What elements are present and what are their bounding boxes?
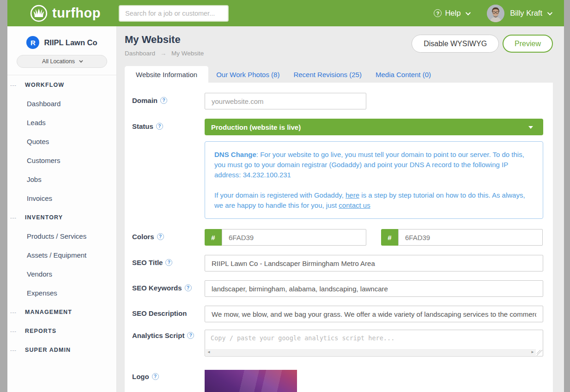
colors-label: Colors xyxy=(132,233,154,241)
logo-row: Logo ? xyxy=(132,370,553,392)
company-name: RIIPL Lawn Co xyxy=(44,38,97,47)
status-selected-value: Production (website is live) xyxy=(211,123,301,131)
user-avatar xyxy=(487,5,504,22)
seo-title-row: SEO Title ? xyxy=(132,255,553,271)
sidebar-item-invoices[interactable]: Invoices xyxy=(7,189,116,208)
chevron-down-icon xyxy=(547,10,552,15)
sidebar-section-inventory[interactable]: --- INVENTORY xyxy=(7,208,116,227)
seo-keywords-input[interactable] xyxy=(205,280,543,297)
sidebar-item-customers[interactable]: Customers xyxy=(7,151,116,170)
seo-title-label: SEO Title xyxy=(132,259,163,266)
sidebar-item-quotes[interactable]: Quotes xyxy=(7,132,116,151)
godaddy-tutorial-link[interactable]: here xyxy=(346,191,359,199)
tab-our-work-photos[interactable]: Our Work Photos (8) xyxy=(209,66,286,83)
colors-help-icon[interactable]: ? xyxy=(157,233,164,240)
seo-title-help-icon[interactable]: ? xyxy=(165,259,172,266)
section-dashes-icon: --- xyxy=(10,347,25,353)
section-dashes-icon: --- xyxy=(10,328,25,334)
sidebar-item-assets-equipment[interactable]: Assets / Equipment xyxy=(7,246,116,265)
sidebar-section-super-admin[interactable]: --- SUPER ADMIN xyxy=(7,340,116,359)
breadcrumb-current: My Website xyxy=(171,50,204,57)
breadcrumb-arrow-icon: → xyxy=(160,50,167,57)
disable-wysiwyg-button[interactable]: Disable WYSIWYG xyxy=(412,35,499,53)
analytics-placeholder: Copy / paste your google analytics scrip… xyxy=(205,330,543,346)
logo-help-icon[interactable]: ? xyxy=(152,373,159,380)
status-select[interactable]: Production (website is live) xyxy=(205,119,543,135)
help-icon: ? xyxy=(434,9,442,17)
hash-prefix: # xyxy=(205,229,222,246)
sidebar-item-expenses[interactable]: Expenses xyxy=(7,283,116,302)
analytics-help-icon[interactable]: ? xyxy=(187,332,194,339)
top-bar: turfhop ? Help xyxy=(7,0,564,26)
dns-change-notice: DNS Change: For your website to go live,… xyxy=(205,141,543,219)
domain-row: Domain ? xyxy=(132,93,553,109)
seo-description-input[interactable] xyxy=(205,306,543,322)
sidebar-section-management[interactable]: --- MANAGEMENT xyxy=(7,302,116,321)
seo-keywords-help-icon[interactable]: ? xyxy=(185,284,192,291)
sidebar-item-dashboard[interactable]: Dashboard xyxy=(7,94,116,113)
section-dashes-icon: --- xyxy=(10,215,25,220)
chevron-down-icon xyxy=(466,10,471,15)
sidebar-section-workflow[interactable]: --- WORKFLOW xyxy=(7,75,116,94)
seo-description-row: SEO Description xyxy=(132,306,553,322)
dns-notice-title: DNS Change xyxy=(214,151,256,158)
analytics-script-row: Analytics Script ? Copy / paste your goo… xyxy=(132,330,553,356)
select-caret-icon xyxy=(528,126,533,129)
logo-preview-image xyxy=(205,370,297,392)
user-menu[interactable]: Billy Kraft xyxy=(487,5,551,22)
primary-color-input[interactable] xyxy=(222,229,366,246)
brand-name: turfhop xyxy=(52,6,101,21)
sidebar-item-products-services[interactable]: Products / Services xyxy=(7,227,116,246)
breadcrumb-dashboard[interactable]: Dashboard xyxy=(125,50,155,57)
help-label: Help xyxy=(445,9,461,18)
logo-label: Logo xyxy=(132,373,149,380)
section-dashes-icon: --- xyxy=(10,82,25,88)
main-content: My Website Dashboard → My Website Disabl… xyxy=(117,26,564,392)
company: R RIIPL Lawn Co xyxy=(26,36,97,49)
chevron-down-icon xyxy=(79,59,83,62)
user-name: Billy Kraft xyxy=(510,9,542,18)
section-dashes-icon: --- xyxy=(10,309,25,315)
scroll-right-icon[interactable]: ► xyxy=(531,350,534,354)
status-help-icon[interactable]: ? xyxy=(156,123,163,130)
preview-button[interactable]: Preview xyxy=(503,35,553,53)
seo-keywords-row: SEO Keywords ? xyxy=(132,280,553,297)
analytics-script-label: Analytics Script xyxy=(132,332,184,339)
window-edge-right xyxy=(564,0,570,392)
secondary-color-group: # xyxy=(381,229,543,246)
analytics-script-textarea[interactable]: Copy / paste your google analytics scrip… xyxy=(205,330,543,356)
seo-description-label: SEO Description xyxy=(132,309,187,317)
window-edge-left xyxy=(0,0,7,392)
brand-logo[interactable]: turfhop xyxy=(30,4,117,23)
domain-input[interactable] xyxy=(205,93,366,109)
global-search-input[interactable] xyxy=(119,5,229,22)
secondary-color-input[interactable] xyxy=(398,229,543,246)
tab-media-content[interactable]: Media Content (0) xyxy=(369,66,438,83)
domain-help-icon[interactable]: ? xyxy=(160,97,167,104)
domain-label: Domain xyxy=(132,96,158,104)
help-menu[interactable]: ? Help xyxy=(434,9,469,18)
colors-row: Colors ? # # xyxy=(132,229,553,246)
contact-us-link[interactable]: contact us xyxy=(339,201,370,209)
all-locations-selector[interactable]: All Locations xyxy=(17,55,107,68)
breadcrumb: Dashboard → My Website xyxy=(125,50,204,57)
scroll-left-icon[interactable]: ◄ xyxy=(207,350,211,354)
sidebar-nav: --- WORKFLOW Dashboard Leads Quotes Cust… xyxy=(7,75,116,359)
sidebar: R RIIPL Lawn Co All Locations --- WORKFL… xyxy=(7,26,117,392)
page-title: My Website xyxy=(125,34,204,46)
global-search xyxy=(119,5,229,22)
website-information-panel: Domain ? Status ? Production (website i xyxy=(125,83,553,392)
grass-logo-icon xyxy=(30,4,48,23)
sidebar-item-vendors[interactable]: Vendors xyxy=(7,265,116,283)
seo-keywords-label: SEO Keywords xyxy=(132,284,182,292)
tab-website-information[interactable]: Website Information xyxy=(125,66,208,83)
tab-recent-revisions[interactable]: Recent Revisions (25) xyxy=(286,66,369,83)
status-label: Status xyxy=(132,122,153,130)
app-window: turfhop ? Help xyxy=(7,0,564,392)
horizontal-scrollbar[interactable]: ◄ ► xyxy=(206,349,536,356)
seo-title-input[interactable] xyxy=(205,255,543,271)
resize-grip[interactable] xyxy=(537,350,542,356)
sidebar-item-leads[interactable]: Leads xyxy=(7,113,116,132)
sidebar-item-jobs[interactable]: Jobs xyxy=(7,170,116,189)
sidebar-section-reports[interactable]: --- REPORTS xyxy=(7,321,116,340)
